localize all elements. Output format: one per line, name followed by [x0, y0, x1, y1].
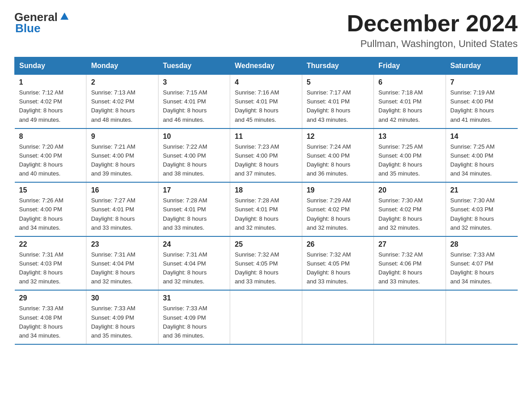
title-section: December 2024 Pullman, Washington, Unite…: [347, 11, 518, 50]
calendar-cell: 18 Sunrise: 7:28 AM Sunset: 4:01 PM Dayl…: [230, 182, 302, 236]
calendar-cell: [374, 290, 446, 344]
calendar-week-row: 15 Sunrise: 7:26 AM Sunset: 4:00 PM Dayl…: [15, 182, 518, 236]
calendar-cell: 2 Sunrise: 7:13 AM Sunset: 4:02 PM Dayli…: [86, 75, 158, 128]
day-number: 16: [91, 186, 153, 194]
header-monday: Monday: [86, 57, 158, 75]
day-number: 25: [235, 240, 297, 248]
day-info: Sunrise: 7:33 AM Sunset: 4:07 PM Dayligh…: [450, 250, 513, 287]
day-number: 23: [91, 240, 153, 248]
day-number: 5: [307, 78, 369, 86]
header-sunday: Sunday: [15, 57, 86, 75]
logo: General Blue: [14, 11, 69, 34]
day-number: 22: [19, 240, 82, 248]
day-number: 18: [235, 186, 297, 194]
day-info: Sunrise: 7:17 AM Sunset: 4:01 PM Dayligh…: [307, 88, 369, 124]
calendar-cell: 3 Sunrise: 7:15 AM Sunset: 4:01 PM Dayli…: [158, 75, 230, 128]
day-info: Sunrise: 7:25 AM Sunset: 4:00 PM Dayligh…: [378, 142, 441, 179]
day-number: 2: [91, 78, 153, 86]
header-friday: Friday: [374, 57, 446, 75]
day-number: 17: [163, 186, 225, 194]
day-info: Sunrise: 7:22 AM Sunset: 4:00 PM Dayligh…: [163, 142, 225, 179]
calendar-cell: 8 Sunrise: 7:20 AM Sunset: 4:00 PM Dayli…: [15, 128, 86, 183]
calendar-cell: 20 Sunrise: 7:30 AM Sunset: 4:02 PM Dayl…: [374, 182, 446, 236]
day-info: Sunrise: 7:30 AM Sunset: 4:02 PM Dayligh…: [378, 196, 441, 232]
day-number: 20: [378, 186, 441, 194]
day-info: Sunrise: 7:15 AM Sunset: 4:01 PM Dayligh…: [163, 88, 225, 124]
day-info: Sunrise: 7:16 AM Sunset: 4:01 PM Dayligh…: [235, 88, 297, 124]
calendar-cell: 9 Sunrise: 7:21 AM Sunset: 4:00 PM Dayli…: [86, 128, 158, 183]
day-number: 28: [450, 240, 513, 248]
day-info: Sunrise: 7:31 AM Sunset: 4:04 PM Dayligh…: [91, 250, 153, 287]
calendar-cell: 22 Sunrise: 7:31 AM Sunset: 4:03 PM Dayl…: [15, 236, 86, 291]
calendar-cell: 30 Sunrise: 7:33 AM Sunset: 4:09 PM Dayl…: [86, 290, 158, 344]
calendar-cell: [446, 290, 517, 344]
calendar-cell: 19 Sunrise: 7:29 AM Sunset: 4:02 PM Dayl…: [302, 182, 373, 236]
day-info: Sunrise: 7:26 AM Sunset: 4:00 PM Dayligh…: [19, 196, 82, 232]
day-info: Sunrise: 7:13 AM Sunset: 4:02 PM Dayligh…: [91, 88, 153, 124]
day-info: Sunrise: 7:24 AM Sunset: 4:00 PM Dayligh…: [307, 142, 369, 179]
calendar-week-row: 1 Sunrise: 7:12 AM Sunset: 4:02 PM Dayli…: [15, 75, 518, 128]
calendar-header-row: SundayMondayTuesdayWednesdayThursdayFrid…: [15, 57, 518, 75]
day-info: Sunrise: 7:29 AM Sunset: 4:02 PM Dayligh…: [307, 196, 369, 232]
day-number: 19: [307, 186, 369, 194]
calendar-cell: 11 Sunrise: 7:23 AM Sunset: 4:00 PM Dayl…: [230, 128, 302, 183]
calendar-cell: 27 Sunrise: 7:32 AM Sunset: 4:06 PM Dayl…: [374, 236, 446, 291]
day-info: Sunrise: 7:18 AM Sunset: 4:01 PM Dayligh…: [378, 88, 441, 124]
day-info: Sunrise: 7:32 AM Sunset: 4:05 PM Dayligh…: [235, 250, 297, 287]
day-number: 21: [450, 186, 513, 194]
calendar-cell: 31 Sunrise: 7:33 AM Sunset: 4:09 PM Dayl…: [158, 290, 230, 344]
day-number: 26: [307, 240, 369, 248]
day-number: 27: [378, 240, 441, 248]
svg-marker-0: [60, 13, 69, 20]
calendar-cell: 14 Sunrise: 7:25 AM Sunset: 4:00 PM Dayl…: [446, 128, 517, 183]
calendar-cell: 6 Sunrise: 7:18 AM Sunset: 4:01 PM Dayli…: [374, 75, 446, 128]
day-number: 13: [378, 133, 441, 141]
day-info: Sunrise: 7:32 AM Sunset: 4:06 PM Dayligh…: [378, 250, 441, 287]
day-number: 15: [19, 186, 82, 194]
calendar-cell: [302, 290, 373, 344]
day-info: Sunrise: 7:33 AM Sunset: 4:09 PM Dayligh…: [91, 304, 153, 340]
calendar-cell: 24 Sunrise: 7:31 AM Sunset: 4:04 PM Dayl…: [158, 236, 230, 291]
day-number: 29: [19, 294, 82, 302]
day-info: Sunrise: 7:23 AM Sunset: 4:00 PM Dayligh…: [235, 142, 297, 179]
calendar-table: SundayMondayTuesdayWednesdayThursdayFrid…: [14, 57, 518, 345]
day-number: 7: [450, 78, 513, 86]
logo-blue-text: Blue: [15, 22, 40, 35]
day-info: Sunrise: 7:28 AM Sunset: 4:01 PM Dayligh…: [235, 196, 297, 232]
day-info: Sunrise: 7:31 AM Sunset: 4:03 PM Dayligh…: [19, 250, 82, 287]
logo-triangle-icon: [60, 12, 69, 21]
day-number: 4: [235, 78, 297, 86]
day-number: 1: [19, 78, 82, 86]
day-number: 6: [378, 78, 441, 86]
calendar-cell: 5 Sunrise: 7:17 AM Sunset: 4:01 PM Dayli…: [302, 75, 373, 128]
day-info: Sunrise: 7:31 AM Sunset: 4:04 PM Dayligh…: [163, 250, 225, 287]
day-info: Sunrise: 7:19 AM Sunset: 4:00 PM Dayligh…: [450, 88, 513, 124]
header-thursday: Thursday: [302, 57, 373, 75]
day-number: 3: [163, 78, 225, 86]
main-title: December 2024: [347, 11, 518, 36]
day-number: 24: [163, 240, 225, 248]
calendar-week-row: 8 Sunrise: 7:20 AM Sunset: 4:00 PM Dayli…: [15, 128, 518, 183]
day-info: Sunrise: 7:25 AM Sunset: 4:00 PM Dayligh…: [450, 142, 513, 179]
calendar-cell: 17 Sunrise: 7:28 AM Sunset: 4:01 PM Dayl…: [158, 182, 230, 236]
page-header: General Blue December 2024 Pullman, Wash…: [14, 11, 518, 50]
day-info: Sunrise: 7:32 AM Sunset: 4:05 PM Dayligh…: [307, 250, 369, 287]
calendar-cell: 29 Sunrise: 7:33 AM Sunset: 4:08 PM Dayl…: [15, 290, 86, 344]
calendar-cell: 25 Sunrise: 7:32 AM Sunset: 4:05 PM Dayl…: [230, 236, 302, 291]
header-tuesday: Tuesday: [158, 57, 230, 75]
header-wednesday: Wednesday: [230, 57, 302, 75]
day-info: Sunrise: 7:33 AM Sunset: 4:08 PM Dayligh…: [19, 304, 82, 340]
calendar-cell: 12 Sunrise: 7:24 AM Sunset: 4:00 PM Dayl…: [302, 128, 373, 183]
day-info: Sunrise: 7:21 AM Sunset: 4:00 PM Dayligh…: [91, 142, 153, 179]
subtitle: Pullman, Washington, United States: [347, 38, 518, 50]
day-info: Sunrise: 7:20 AM Sunset: 4:00 PM Dayligh…: [19, 142, 82, 179]
day-number: 8: [19, 133, 82, 141]
day-info: Sunrise: 7:28 AM Sunset: 4:01 PM Dayligh…: [163, 196, 225, 232]
calendar-cell: [230, 290, 302, 344]
calendar-week-row: 29 Sunrise: 7:33 AM Sunset: 4:08 PM Dayl…: [15, 290, 518, 344]
calendar-cell: 16 Sunrise: 7:27 AM Sunset: 4:01 PM Dayl…: [86, 182, 158, 236]
day-info: Sunrise: 7:30 AM Sunset: 4:03 PM Dayligh…: [450, 196, 513, 232]
day-info: Sunrise: 7:27 AM Sunset: 4:01 PM Dayligh…: [91, 196, 153, 232]
day-number: 10: [163, 133, 225, 141]
calendar-cell: 28 Sunrise: 7:33 AM Sunset: 4:07 PM Dayl…: [446, 236, 517, 291]
